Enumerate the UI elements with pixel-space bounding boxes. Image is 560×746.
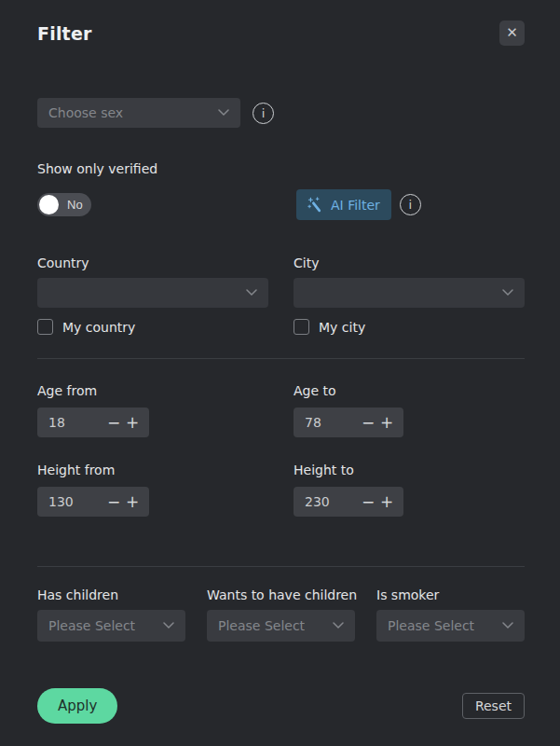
dialog-header: Filter ✕ (37, 21, 525, 46)
chevron-down-icon (163, 622, 174, 629)
has-children-label: Has children (37, 587, 185, 602)
ai-filter-button[interactable]: AI Filter (296, 189, 391, 220)
height-section: Height from − + Height to − + (37, 463, 525, 517)
has-children-select[interactable]: Please Select (37, 610, 185, 642)
city-label: City (294, 256, 525, 270)
sex-select[interactable]: Choose sex (37, 98, 240, 128)
country-select[interactable] (37, 278, 268, 308)
ai-filter-group: AI Filter i (296, 189, 421, 220)
has-children-column: Has children Please Select (37, 587, 185, 642)
info-icon: i (409, 198, 413, 212)
minus-button[interactable]: − (104, 408, 123, 436)
height-to-input[interactable] (305, 494, 359, 509)
apply-button[interactable]: Apply (37, 688, 117, 724)
age-to-column: Age to − + (294, 383, 525, 437)
filter-dialog: Filter ✕ Choose sex i Show only verified… (0, 0, 560, 724)
country-label: Country (37, 256, 294, 270)
age-to-stepper: − + (294, 408, 403, 437)
height-to-column: Height to − + (294, 463, 525, 517)
wants-children-label: Wants to have children (207, 587, 355, 602)
plus-icon: + (126, 413, 139, 432)
minus-icon: − (362, 492, 375, 511)
plus-icon: + (380, 492, 393, 511)
page-title: Filter (37, 23, 92, 44)
minus-icon: − (107, 413, 120, 432)
height-from-stepper: − + (37, 487, 149, 517)
chevron-down-icon (246, 289, 257, 297)
ai-filter-info-icon[interactable]: i (400, 194, 421, 215)
ai-filter-label: AI Filter (331, 198, 380, 213)
plus-icon: + (380, 413, 393, 432)
age-from-column: Age from − + (37, 383, 294, 437)
wants-children-column: Wants to have children Please Select (207, 587, 355, 642)
verified-toggle-row: No AI Filter i (37, 189, 525, 220)
info-icon: i (262, 106, 266, 120)
is-smoker-label: Is smoker (376, 587, 525, 602)
magic-wand-icon (307, 197, 323, 213)
plus-button[interactable]: + (123, 408, 142, 436)
age-section: Age from − + Age to − + (37, 383, 525, 437)
height-to-stepper: − + (294, 487, 403, 517)
minus-button[interactable]: − (104, 488, 123, 516)
chevron-down-icon (502, 289, 513, 297)
minus-button[interactable]: − (359, 408, 377, 436)
city-column: City My city (294, 256, 525, 335)
my-country-checkbox[interactable] (37, 319, 53, 335)
reset-button[interactable]: Reset (462, 693, 525, 719)
verified-label: Show only verified (37, 161, 525, 176)
toggle-state-label: No (67, 198, 83, 212)
my-city-checkbox-row[interactable]: My city (294, 319, 525, 335)
height-from-label: Height from (37, 463, 294, 477)
wants-children-select[interactable]: Please Select (207, 610, 355, 642)
plus-button[interactable]: + (377, 488, 396, 516)
age-from-label: Age from (37, 383, 294, 398)
height-from-input[interactable] (48, 494, 104, 509)
toggle-knob (39, 195, 59, 214)
dialog-footer: Apply Reset (37, 688, 525, 724)
divider (37, 566, 525, 567)
height-to-label: Height to (294, 463, 525, 477)
age-to-input[interactable] (305, 415, 359, 430)
close-button[interactable]: ✕ (499, 21, 525, 46)
sex-info-icon[interactable]: i (253, 103, 274, 124)
wants-children-placeholder: Please Select (218, 618, 305, 633)
plus-button[interactable]: + (377, 408, 396, 436)
sex-row: Choose sex i (37, 98, 525, 128)
chevron-down-icon (502, 622, 513, 629)
close-icon: ✕ (506, 24, 518, 41)
chevron-down-icon (218, 109, 229, 117)
age-from-stepper: − + (37, 408, 149, 437)
my-country-label: My country (62, 320, 135, 335)
is-smoker-select[interactable]: Please Select (376, 610, 525, 642)
my-country-checkbox-row[interactable]: My country (37, 319, 294, 335)
minus-icon: − (107, 492, 120, 511)
age-to-label: Age to (294, 383, 525, 398)
divider (37, 358, 525, 359)
minus-button[interactable]: − (359, 488, 377, 516)
my-city-label: My city (319, 320, 365, 335)
city-select[interactable] (294, 278, 525, 308)
sex-select-placeholder: Choose sex (48, 105, 123, 120)
location-section: Country My country City My city (37, 256, 525, 335)
is-smoker-column: Is smoker Please Select (376, 587, 525, 642)
plus-button[interactable]: + (123, 488, 142, 516)
age-from-input[interactable] (48, 415, 104, 430)
is-smoker-placeholder: Please Select (388, 618, 474, 633)
has-children-placeholder: Please Select (48, 618, 135, 633)
preferences-section: Has children Please Select Wants to have… (37, 587, 525, 642)
minus-icon: − (362, 413, 375, 432)
my-city-checkbox[interactable] (294, 319, 309, 335)
verified-toggle[interactable]: No (37, 193, 91, 216)
height-from-column: Height from − + (37, 463, 294, 517)
chevron-down-icon (333, 622, 344, 629)
plus-icon: + (126, 492, 139, 511)
country-column: Country My country (37, 256, 294, 335)
